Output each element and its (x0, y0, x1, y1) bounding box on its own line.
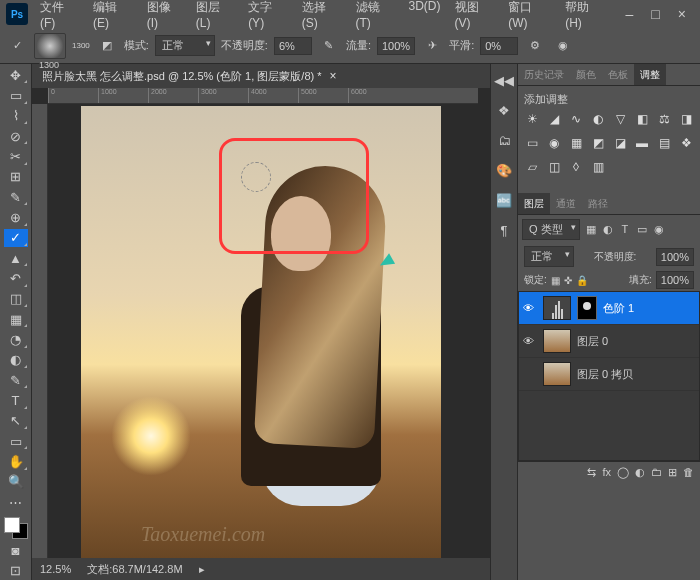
layer-mask-thumbnail[interactable] (577, 296, 597, 320)
tab-adjustments[interactable]: 调整 (634, 64, 666, 85)
foreground-color[interactable] (4, 517, 20, 533)
blur-tool[interactable]: ◔ (4, 330, 28, 348)
dodge-tool[interactable]: ◐ (4, 351, 28, 369)
layer-thumbnail[interactable] (543, 296, 571, 320)
color-swatches[interactable] (4, 517, 28, 539)
lock-pixels-icon[interactable]: ▦ (551, 275, 560, 286)
brush-tool-icon[interactable]: ✓ (6, 35, 28, 57)
new-adjustment-icon[interactable]: ◐ (635, 466, 645, 479)
delete-layer-icon[interactable]: 🗑 (683, 466, 694, 479)
layer-name[interactable]: 图层 0 (577, 334, 608, 349)
layer-blend-mode[interactable]: 正常 (524, 246, 574, 267)
navigator-icon[interactable]: ❖ (494, 100, 514, 120)
adj-extra1-icon[interactable]: ▱ (524, 159, 540, 175)
gradient-tool[interactable]: ▦ (4, 310, 28, 328)
document-info[interactable]: 文档:68.7M/142.8M (87, 562, 182, 577)
menu-3d[interactable]: 3D(D) (403, 0, 447, 34)
visibility-toggle[interactable]: 👁 (523, 335, 537, 347)
marquee-tool[interactable]: ▭ (4, 86, 28, 104)
status-dropdown-icon[interactable]: ▸ (199, 563, 205, 576)
color-balance-icon[interactable]: ⚖ (656, 111, 672, 127)
close-button[interactable]: × (678, 6, 686, 22)
hand-tool[interactable]: ✋ (4, 452, 28, 470)
lock-all-icon[interactable]: 🔒 (576, 275, 588, 286)
adj-extra3-icon[interactable]: ◊ (568, 159, 584, 175)
zoom-tool[interactable]: 🔍 (4, 473, 28, 491)
lock-position-icon[interactable]: ✜ (564, 275, 572, 286)
edit-toolbar[interactable]: ⋯ (4, 493, 28, 511)
expand-icon[interactable]: ◀◀ (494, 70, 514, 90)
color-icon[interactable]: 🎨 (494, 160, 514, 180)
gradient-map-icon[interactable]: ▤ (656, 135, 672, 151)
canvas[interactable]: 0 1000 2000 3000 4000 5000 6000 Taoxueme… (32, 88, 490, 558)
character-icon[interactable]: 🔤 (494, 190, 514, 210)
filter-smart-icon[interactable]: ◉ (652, 223, 666, 236)
eraser-tool[interactable]: ◫ (4, 290, 28, 308)
threshold-icon[interactable]: ▬ (634, 135, 650, 151)
document-tab[interactable]: 照片脸太黑 怎么调整.psd @ 12.5% (色阶 1, 图层蒙版/8) * … (32, 64, 490, 88)
menu-image[interactable]: 图像(I) (141, 0, 188, 34)
stamp-tool[interactable]: ▲ (4, 249, 28, 267)
selective-color-icon[interactable]: ❖ (678, 135, 694, 151)
brush-preset-picker[interactable] (34, 33, 66, 59)
quick-select-tool[interactable]: ⊘ (4, 127, 28, 145)
frame-tool[interactable]: ⊞ (4, 168, 28, 186)
link-layers-icon[interactable]: ⇆ (587, 466, 596, 479)
airbrush-icon[interactable]: ✈ (421, 35, 443, 57)
layer-filter-select[interactable]: Q 类型 (522, 219, 580, 240)
healing-tool[interactable]: ⊕ (4, 208, 28, 226)
smoothing-input[interactable]: 0% (480, 37, 518, 55)
color-lookup-icon[interactable]: ▦ (568, 135, 584, 151)
pressure-opacity-icon[interactable]: ✎ (318, 35, 340, 57)
menu-edit[interactable]: 编辑(E) (87, 0, 139, 34)
menu-file[interactable]: 文件(F) (34, 0, 85, 34)
brush-panel-toggle[interactable]: ◩ (96, 35, 118, 57)
minimize-button[interactable]: – (626, 6, 634, 22)
type-tool[interactable]: T (4, 391, 28, 409)
crop-tool[interactable]: ✂ (4, 147, 28, 165)
pen-tool[interactable]: ✎ (4, 371, 28, 389)
settings-gear-icon[interactable]: ⚙ (524, 35, 546, 57)
invert-icon[interactable]: ◩ (590, 135, 606, 151)
hue-sat-icon[interactable]: ◧ (634, 111, 650, 127)
new-group-icon[interactable]: 🗀 (651, 466, 662, 479)
filter-type-icon[interactable]: T (618, 223, 632, 235)
posterize-icon[interactable]: ◪ (612, 135, 628, 151)
paragraph-icon[interactable]: ¶ (494, 220, 514, 240)
lasso-tool[interactable]: ⌇ (4, 107, 28, 125)
path-select-tool[interactable]: ↖ (4, 412, 28, 430)
filter-adjust-icon[interactable]: ◐ (601, 223, 615, 236)
maximize-button[interactable]: □ (651, 6, 659, 22)
adj-extra2-icon[interactable]: ◫ (546, 159, 562, 175)
channel-mixer-icon[interactable]: ◉ (546, 135, 562, 151)
blend-mode-select[interactable]: 正常 (155, 35, 215, 56)
layer-thumbnail[interactable] (543, 329, 571, 353)
fill-input[interactable]: 100% (656, 271, 694, 289)
layer-thumbnail[interactable] (543, 362, 571, 386)
visibility-toggle[interactable]: 👁 (523, 302, 537, 314)
layer-name[interactable]: 图层 0 拷贝 (577, 367, 633, 382)
adj-extra4-icon[interactable]: ▥ (590, 159, 606, 175)
menu-filter[interactable]: 滤镜(T) (350, 0, 401, 34)
eyedropper-tool[interactable]: ✎ (4, 188, 28, 206)
shape-tool[interactable]: ▭ (4, 432, 28, 450)
menu-select[interactable]: 选择(S) (296, 0, 348, 34)
history-brush-tool[interactable]: ↶ (4, 269, 28, 287)
zoom-level[interactable]: 12.5% (40, 563, 71, 575)
flow-input[interactable]: 100% (377, 37, 415, 55)
layer-row[interactable]: 👁 图层 0 (519, 325, 699, 358)
tab-layers[interactable]: 图层 (518, 193, 550, 214)
tab-swatches[interactable]: 色板 (602, 64, 634, 85)
menu-type[interactable]: 文字(Y) (242, 0, 294, 34)
curves-icon[interactable]: ∿ (568, 111, 584, 127)
vibrance-icon[interactable]: ▽ (612, 111, 628, 127)
layer-opacity-input[interactable]: 100% (656, 248, 694, 266)
brush-tool[interactable]: ✓ (4, 229, 28, 247)
levels-icon[interactable]: ◢ (546, 111, 562, 127)
exposure-icon[interactable]: ◐ (590, 111, 606, 127)
add-mask-icon[interactable]: ◯ (617, 466, 629, 479)
menu-help[interactable]: 帮助(H) (559, 0, 611, 34)
layer-name[interactable]: 色阶 1 (603, 301, 634, 316)
menu-window[interactable]: 窗口(W) (502, 0, 557, 34)
filter-shape-icon[interactable]: ▭ (635, 223, 649, 236)
